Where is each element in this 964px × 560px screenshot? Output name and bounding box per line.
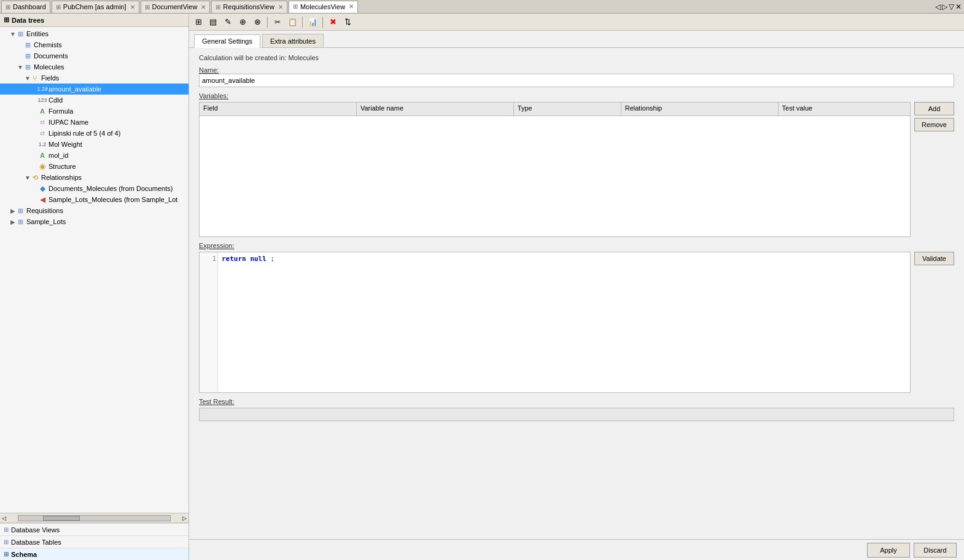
tree-item-sample-lots[interactable]: ▶ ⊞ Sample_Lots	[0, 216, 189, 227]
requisitionsview-tab-icon: ⊞	[216, 4, 220, 10]
tab-documentview-close[interactable]: ✕	[201, 4, 206, 10]
tab-requisitionsview-close[interactable]: ✕	[278, 4, 283, 10]
tab-documentview-label: DocumentView	[152, 3, 198, 10]
amount-available-icon: 1.2∂	[38, 85, 47, 93]
tree-item-documents[interactable]: ⊞ Documents	[0, 50, 189, 61]
tree-item-requisitions[interactable]: ▶ ⊞ Requisitions	[0, 205, 189, 216]
toolbar-btn-remove2[interactable]: ⊗	[251, 15, 264, 29]
tree-item-sample-mol[interactable]: ◀ Sample_Lots_Molecules (from Sample_Lot	[0, 194, 189, 205]
tree-item-doc-mol[interactable]: ◆ Documents_Molecules (from Documents)	[0, 183, 189, 194]
molid-icon: A	[38, 151, 47, 160]
bottom-database-views[interactable]: ⊞ Database Views	[0, 523, 189, 535]
scroll-track[interactable]	[18, 515, 171, 521]
tree-item-formula[interactable]: A Formula	[0, 106, 189, 117]
toolbar-btn-add2[interactable]: ⊕	[236, 15, 249, 29]
documentview-tab-icon: ⊞	[145, 4, 150, 10]
tab-close-all[interactable]: ✕	[955, 2, 962, 11]
toolbar-btn-cursor[interactable]: ⊞	[192, 15, 205, 29]
panel-header-title: Data trees	[12, 17, 44, 24]
tab-nav-left[interactable]: ◁	[935, 2, 941, 11]
chemists-label: Chemists	[34, 41, 62, 49]
toolbar-btn-sort[interactable]: ⇅	[341, 15, 354, 29]
name-input[interactable]: amount_available	[199, 74, 954, 87]
tab-documentview[interactable]: ⊞ DocumentView ✕	[141, 1, 211, 13]
variables-buttons: Add Remove	[914, 102, 954, 131]
tab-moleculesview-close[interactable]: ✕	[349, 3, 354, 10]
test-result-input	[199, 408, 954, 421]
panel-header: ⊞ Data trees	[0, 14, 189, 27]
documents-label: Documents	[34, 52, 68, 60]
tree-item-entities[interactable]: ▼ ⊞ Entities	[0, 28, 189, 39]
tree-item-molweight[interactable]: 1.2 Mol Weight	[0, 139, 189, 150]
tab-requisitionsview[interactable]: ⊞ RequisitionsView ✕	[211, 1, 287, 13]
right-panel: ⊞ ▤ ✎ ⊕ ⊗ ✂ 📋 📊 ✖ ⇅ General Settings Ext…	[189, 14, 964, 560]
add-variable-button[interactable]: Add	[914, 102, 954, 115]
tab-pubchem-label: PubChem [as admin]	[63, 3, 126, 10]
tab-general-settings[interactable]: General Settings	[194, 34, 260, 48]
tree-item-relationships[interactable]: ▼ ⟲ Relationships	[0, 172, 189, 183]
database-tables-icon: ⊞	[4, 539, 9, 545]
tree-item-cdid[interactable]: 123 CdId	[0, 95, 189, 106]
toolbar-btn-delete[interactable]: ✖	[326, 15, 340, 29]
remove-variable-button[interactable]: Remove	[914, 118, 954, 131]
apply-button[interactable]: Apply	[867, 543, 910, 558]
sample-lots-label: Sample_Lots	[26, 218, 66, 225]
lipinski-icon: ct	[38, 129, 47, 138]
variables-row-container: Field Variable name Type Relationship	[199, 102, 954, 237]
relationships-label: Relationships	[41, 174, 82, 181]
tab-moleculesview[interactable]: ⊞ MoleculesView ✕	[289, 1, 358, 13]
molweight-label: Mol Weight	[49, 141, 82, 148]
bottom-database-tables[interactable]: ⊞ Database Tables	[0, 535, 189, 548]
toolbar-btn-list[interactable]: ▤	[206, 15, 220, 29]
tab-dropdown[interactable]: ▽	[949, 2, 954, 11]
expression-editor[interactable]: 1 return null ;	[199, 252, 911, 393]
discard-button[interactable]: Discard	[914, 543, 957, 558]
tab-pubchem[interactable]: ⊞ PubChem [as admin] ✕	[52, 1, 139, 13]
general-settings-label: General Settings	[202, 37, 252, 45]
tab-nav-right[interactable]: ▷	[942, 2, 947, 11]
molecules-label: Molecules	[34, 63, 64, 71]
calc-location-row: Calculation will be created in: Molecule…	[199, 54, 954, 61]
cdid-icon: 123	[38, 96, 47, 104]
horizontal-scrollbar[interactable]: ◁ ▷	[0, 513, 189, 523]
expression-label: Expression:	[199, 242, 954, 249]
code-area[interactable]: return null ;	[218, 252, 910, 392]
toolbar-btn-chart[interactable]: 📊	[306, 15, 319, 29]
tree-item-lipinski[interactable]: ct Lipinski rule of 5 (4 of 4)	[0, 128, 189, 139]
iupac-icon: ct	[38, 118, 47, 126]
tab-moleculesview-label: MoleculesView	[300, 3, 345, 10]
tree-container[interactable]: ▼ ⊞ Entities ⊞ Chemists ⊞ Documents ▼ ⊞ …	[0, 27, 189, 513]
toolbar-btn-scissors[interactable]: ✂	[271, 15, 284, 29]
variables-label: Variables:	[199, 92, 954, 99]
bottom-schema[interactable]: ⊞ Schema	[0, 548, 189, 560]
expand-entities: ▼	[10, 31, 16, 37]
validate-button[interactable]: Validate	[914, 252, 954, 265]
scroll-thumb[interactable]	[43, 516, 80, 521]
tree-item-amount-available[interactable]: 1.2∂ amount_available	[0, 84, 189, 95]
tab-dashboard[interactable]: ⊞ Dashboard	[1, 1, 50, 13]
tree-item-fields[interactable]: ▼ ⑂ Fields	[0, 72, 189, 84]
variables-table[interactable]: Field Variable name Type Relationship	[199, 102, 911, 237]
null-value: null	[250, 255, 266, 263]
toolbar-btn-edit[interactable]: ✎	[221, 15, 235, 29]
tree-item-iupac[interactable]: ct IUPAC Name	[0, 117, 189, 128]
toolbar: ⊞ ▤ ✎ ⊕ ⊗ ✂ 📋 📊 ✖ ⇅	[189, 14, 964, 31]
tree-item-chemists[interactable]: ⊞ Chemists	[0, 39, 189, 50]
tree-item-structure[interactable]: ◉ Structure	[0, 161, 189, 172]
scroll-right-btn[interactable]: ▷	[181, 515, 189, 521]
tab-dashboard-label: Dashboard	[13, 3, 46, 10]
tree-item-molid[interactable]: A mol_id	[0, 150, 189, 161]
scroll-left-btn[interactable]: ◁	[0, 515, 8, 521]
requisitions-icon: ⊞	[16, 206, 25, 215]
entities-icon: ⊞	[16, 29, 25, 38]
tab-extra-attributes[interactable]: Extra attributes	[262, 34, 324, 47]
left-panel-bottom: ⊞ Database Views ⊞ Database Tables ⊞ Sch…	[0, 523, 189, 560]
tree-item-molecules[interactable]: ▼ ⊞ Molecules	[0, 61, 189, 72]
schema-label: Schema	[11, 551, 37, 558]
fields-icon: ⑂	[31, 74, 39, 82]
toolbar-btn-paste[interactable]: 📋	[286, 15, 299, 29]
cdid-label: CdId	[49, 96, 63, 104]
keyword-return: return	[222, 255, 246, 263]
tab-pubchem-close[interactable]: ✕	[130, 4, 135, 10]
pubchem-tab-icon: ⊞	[56, 4, 61, 10]
